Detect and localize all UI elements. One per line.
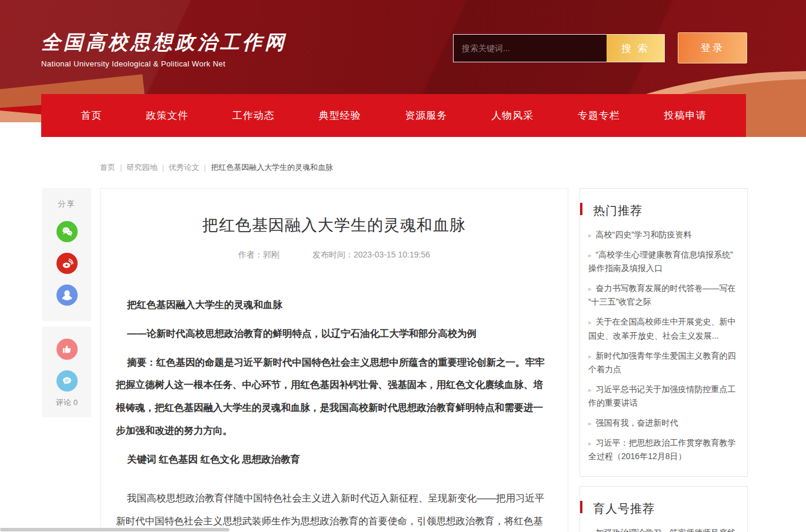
nav-item[interactable]: 政策文件	[146, 109, 188, 122]
article-body: 把红色基因融入大学生的灵魂和血脉——论新时代高校思想政治教育的鲜明特点，以辽宁石…	[101, 293, 568, 532]
article-paragraph: ——论新时代高校思想政治教育的鲜明特点，以辽宁石油化工大学和部分高校为例	[116, 322, 552, 345]
wechat-icon	[61, 225, 74, 238]
search-input[interactable]	[454, 35, 607, 62]
triangle-bullet-icon: ▸	[588, 530, 592, 532]
triangle-bullet-icon: ▸	[588, 319, 592, 326]
breadcrumb: 首页研究园地优秀论文把红色基因融入大学生的灵魂和血脉	[100, 162, 333, 173]
search-button[interactable]: 搜 索	[607, 35, 664, 62]
hot-recommend-box: 热门推荐 ▸高校“四史”学习和防疫资料▸“高校学生心理健康教育信息填报系统”操作…	[579, 188, 748, 477]
hot-recommend-title: 热门推荐	[588, 203, 739, 219]
recommend-list-item[interactable]: ▸奋力书写教育发展的时代答卷——写在“十三五”收官之际	[588, 282, 739, 309]
yuren-recommend-box: 育人号推荐 ▸加强政治理论学习，筑牢师德师风底线	[579, 486, 748, 532]
weibo-share-button[interactable]	[56, 253, 78, 274]
triangle-bullet-icon: ▸	[588, 386, 592, 393]
triangle-bullet-icon: ▸	[588, 420, 592, 427]
yuren-recommend-list: ▸加强政治理论学习，筑牢师德师风底线	[588, 526, 739, 532]
site-logo-subtitle: National University Ideological & Politi…	[41, 59, 287, 68]
article-meta: 作者：郭刚 发布时间：2023-03-15 10:19:56	[101, 250, 568, 260]
nav-item[interactable]: 专题专栏	[578, 109, 620, 122]
article-author: 作者：郭刚	[238, 250, 279, 260]
recommend-list-item[interactable]: ▸新时代加强青年学生爱国主义教育的四个着力点	[588, 349, 739, 376]
triangle-bullet-icon: ▸	[588, 232, 592, 239]
nav-item[interactable]: 资源服务	[405, 109, 447, 122]
wechat-share-button[interactable]	[56, 221, 78, 242]
nav-item[interactable]: 工作动态	[232, 109, 275, 122]
reaction-block: 评论 0	[42, 327, 91, 417]
search-box: 搜 索	[453, 34, 665, 62]
nav-item[interactable]: 首页	[81, 109, 102, 122]
share-column: 分享	[42, 188, 91, 417]
article-paragraph: 摘要：红色基因的命题是习近平新时代中国特色社会主义思想中所蕴含的重要理论创新之一…	[116, 351, 552, 442]
recommend-list-item[interactable]: ▸关于在全国高校师生中开展党史、新中国史、改革开放史、社会主义发展...	[588, 315, 739, 342]
breadcrumb-item[interactable]: 把红色基因融入大学生的灵魂和血脉	[211, 163, 333, 172]
triangle-bullet-icon: ▸	[588, 285, 592, 292]
article-title: 把红色基因融入大学生的灵魂和血脉	[124, 215, 544, 236]
breadcrumb-item[interactable]: 优秀论文	[169, 163, 211, 172]
recommend-list-item[interactable]: ▸强国有我，奋进新时代	[588, 416, 739, 430]
weibo-icon	[61, 257, 74, 270]
recommend-list-item[interactable]: ▸高校“四史”学习和防疫资料	[588, 228, 739, 242]
nav-item[interactable]: 投稿申请	[664, 109, 707, 122]
like-icon	[61, 343, 73, 355]
triangle-bullet-icon: ▸	[588, 252, 592, 259]
qq-icon	[61, 289, 74, 302]
share-block: 分享	[42, 188, 91, 321]
comment-icon	[61, 375, 73, 387]
article-paragraph: 我国高校思想政治教育伴随中国特色社会主义进入新时代迈入新征程、呈现新变化——把用…	[116, 487, 552, 532]
article-panel: 把红色基因融入大学生的灵魂和血脉 作者：郭刚 发布时间：2023-03-15 1…	[100, 188, 568, 532]
recommend-list-item[interactable]: ▸“高校学生心理健康教育信息填报系统”操作指南及填报入口	[588, 248, 739, 275]
hot-recommend-list: ▸高校“四史”学习和防疫资料▸“高校学生心理健康教育信息填报系统”操作指南及填报…	[588, 228, 739, 463]
horizontal-scrollbar-thumb[interactable]	[0, 528, 229, 531]
nav-item[interactable]: 人物风采	[491, 109, 534, 122]
site-logo[interactable]: 全国高校思想政治工作网 National University Ideologi…	[41, 29, 287, 68]
article-paragraph: 关键词 红色基因 红色文化 思想政治教育	[116, 448, 552, 471]
breadcrumb-item[interactable]: 研究园地	[126, 163, 168, 172]
like-button[interactable]	[56, 339, 78, 360]
recommend-list-item[interactable]: ▸习近平：把思想政治工作贯穿教育教学全过程（2016年12月8日）	[588, 436, 739, 463]
login-button[interactable]: 登录	[678, 32, 747, 63]
right-sidebar: 热门推荐 ▸高校“四史”学习和防疫资料▸“高校学生心理健康教育信息填报系统”操作…	[579, 188, 748, 532]
article-paragraph: 把红色基因融入大学生的灵魂和血脉	[116, 293, 552, 316]
yuren-recommend-title: 育人号推荐	[588, 501, 739, 517]
recommend-list-item[interactable]: ▸习近平总书记关于加强疫情防控重点工作的重要讲话	[588, 383, 739, 410]
comment-count-label: 评论 0	[56, 397, 78, 408]
recommend-list-item[interactable]: ▸加强政治理论学习，筑牢师德师风底线	[588, 526, 739, 532]
share-label: 分享	[58, 199, 76, 209]
triangle-bullet-icon: ▸	[588, 440, 592, 447]
comment-button[interactable]	[56, 370, 78, 392]
site-header: 全国高校思想政治工作网 National University Ideologi…	[0, 0, 806, 137]
breadcrumb-item[interactable]: 首页	[100, 163, 126, 172]
nav-item[interactable]: 典型经验	[319, 109, 361, 122]
article-publish-time: 发布时间：2023-03-15 10:19:56	[312, 250, 430, 260]
qq-share-button[interactable]	[56, 285, 78, 306]
triangle-bullet-icon: ▸	[588, 353, 592, 360]
main-nav: 首页政策文件工作动态典型经验资源服务人物风采专题专栏投稿申请	[41, 94, 746, 137]
site-logo-title: 全国高校思想政治工作网	[41, 29, 287, 56]
